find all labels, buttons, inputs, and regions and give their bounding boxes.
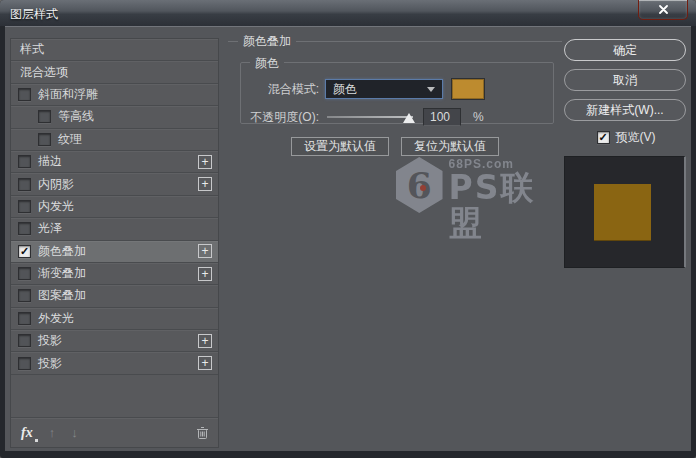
slider-track: [327, 116, 413, 118]
drop-shadow-2-plus-button[interactable]: +: [198, 356, 212, 370]
sidebar-item-inner-shadow[interactable]: 内阴影 +: [11, 173, 218, 195]
preview-thumbnail: [564, 156, 686, 268]
close-icon: [659, 5, 668, 14]
sidebar-item-stroke[interactable]: 描边 +: [11, 151, 218, 173]
cancel-button[interactable]: 取消: [564, 69, 686, 91]
opacity-label: 不透明度(O):: [241, 109, 319, 126]
color-overlay-plus-button[interactable]: +: [198, 244, 212, 258]
chevron-down-icon: [427, 87, 435, 92]
sidebar-item-color-overlay[interactable]: ✓ 颜色叠加 +: [11, 241, 218, 263]
slider-thumb[interactable]: [403, 113, 415, 123]
ps-league-logo-icon: 6: [396, 157, 443, 213]
drop-shadow-plus-button[interactable]: +: [198, 334, 212, 348]
blend-mode-select[interactable]: 颜色: [325, 79, 443, 99]
new-style-button[interactable]: 新建样式(W)...: [564, 99, 686, 121]
blend-mode-value: 颜色: [333, 81, 357, 98]
stroke-plus-button[interactable]: +: [198, 155, 212, 169]
dialog-body: 样式 混合选项 斜面和浮雕 等高线 纹理 描边 +: [5, 26, 691, 451]
satin-checkbox[interactable]: [18, 222, 31, 235]
watermark-name: PS联盟: [449, 171, 562, 240]
watermark-site: 68PS.com: [449, 157, 562, 171]
blend-mode-label: 混合模式:: [241, 81, 319, 98]
panel-header: 颜色叠加: [228, 33, 562, 50]
gradient-overlay-plus-button[interactable]: +: [198, 267, 212, 281]
sidebar-item-satin[interactable]: 光泽: [11, 218, 218, 240]
delete-effect-button[interactable]: [196, 426, 209, 440]
color-overlay-panel: 颜色叠加 颜色 混合模式: 颜色 不透明度(O):: [228, 33, 562, 448]
inner-shadow-plus-button[interactable]: +: [198, 177, 212, 191]
sidebar-item-gradient-overlay[interactable]: 渐变叠加 +: [11, 263, 218, 285]
preview-row: ✓ 预览(V): [564, 129, 688, 146]
inner-shadow-checkbox[interactable]: [18, 178, 31, 191]
stroke-checkbox[interactable]: [18, 155, 31, 168]
preview-checkbox[interactable]: ✓: [597, 131, 610, 144]
sidebar-item-drop-shadow[interactable]: 投影 +: [11, 330, 218, 352]
texture-checkbox[interactable]: [38, 133, 51, 146]
watermark: 6 68PS.com PS联盟: [396, 157, 562, 240]
sidebar-empty-area: [11, 375, 218, 417]
panel-title: 颜色叠加: [243, 33, 291, 50]
bevel-emboss-checkbox[interactable]: [18, 88, 31, 101]
color-group: 颜色 混合模式: 颜色 不透明度(O): 100 %: [240, 62, 554, 124]
group-legend: 颜色: [250, 55, 284, 72]
blend-mode-row: 混合模式: 颜色: [241, 78, 553, 100]
title-bar: 图层样式: [0, 0, 696, 26]
inner-glow-checkbox[interactable]: [18, 200, 31, 213]
drop-shadow-2-checkbox[interactable]: [18, 357, 31, 370]
action-column: 确定 取消 新建样式(W)... ✓ 预览(V): [564, 39, 688, 268]
ok-button[interactable]: 确定: [564, 39, 686, 61]
color-overlay-checkbox[interactable]: ✓: [18, 245, 31, 258]
sidebar-item-outer-glow[interactable]: 外发光: [11, 308, 218, 330]
sidebar-item-contour[interactable]: 等高线: [11, 106, 218, 128]
check-icon: ✓: [20, 246, 29, 257]
overlay-color-swatch[interactable]: [451, 78, 485, 100]
effects-list: 样式 混合选项 斜面和浮雕 等高线 纹理 描边 +: [10, 38, 219, 448]
layer-style-dialog: 图层样式 样式 混合选项 斜面和浮雕 等高线: [0, 0, 696, 458]
sidebar-item-styles[interactable]: 样式: [11, 39, 218, 61]
opacity-row: 不透明度(O): 100 %: [241, 108, 553, 126]
opacity-unit: %: [473, 110, 484, 124]
move-up-button[interactable]: ↑: [49, 425, 56, 440]
pattern-overlay-checkbox[interactable]: [18, 289, 31, 302]
sidebar-item-blending-options[interactable]: 混合选项: [11, 61, 218, 83]
set-default-button[interactable]: 设置为默认值: [291, 137, 389, 156]
trash-icon: [196, 426, 209, 440]
preview-label: 预览(V): [616, 129, 656, 146]
drop-shadow-checkbox[interactable]: [18, 334, 31, 347]
gradient-overlay-checkbox[interactable]: [18, 267, 31, 280]
fx-menu-button[interactable]: fx: [21, 425, 33, 441]
sidebar-item-texture[interactable]: 纹理: [11, 129, 218, 151]
opacity-slider[interactable]: [327, 110, 413, 124]
default-buttons-row: 设置为默认值 复位为默认值: [228, 137, 562, 156]
move-down-button[interactable]: ↓: [71, 425, 78, 440]
sidebar-item-inner-glow[interactable]: 内发光: [11, 196, 218, 218]
opacity-input[interactable]: 100: [423, 108, 461, 126]
contour-checkbox[interactable]: [38, 110, 51, 123]
reset-default-button[interactable]: 复位为默认值: [401, 137, 499, 156]
preview-swatch: [594, 184, 651, 241]
close-button[interactable]: [638, 0, 688, 20]
check-icon: ✓: [598, 132, 607, 143]
sidebar-item-bevel-emboss[interactable]: 斜面和浮雕: [11, 84, 218, 106]
sidebar-item-drop-shadow-2[interactable]: 投影 +: [11, 352, 218, 374]
outer-glow-checkbox[interactable]: [18, 312, 31, 325]
dialog-title: 图层样式: [10, 6, 58, 23]
sidebar-item-pattern-overlay[interactable]: 图案叠加: [11, 285, 218, 307]
sidebar-footer: fx ↑ ↓: [11, 417, 218, 447]
